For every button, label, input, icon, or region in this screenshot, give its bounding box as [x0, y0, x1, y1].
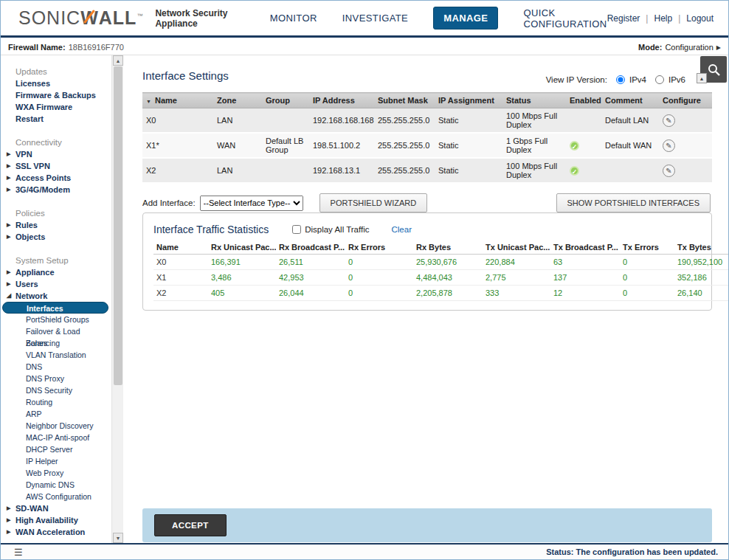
- col-tx-bytes: Tx Bytes: [674, 241, 728, 255]
- register-link[interactable]: Register: [607, 13, 640, 24]
- chevron-right-icon: ▶: [7, 184, 15, 196]
- col-comment[interactable]: Comment: [601, 93, 659, 108]
- chevron-right-icon: ▶: [7, 219, 15, 231]
- sidebar-item-access-points[interactable]: ▶Access Points: [1, 172, 111, 184]
- cell-ip: 192.168.13.1: [309, 158, 374, 183]
- col-enabled[interactable]: Enabled: [566, 93, 601, 108]
- sidebar-item-dynamic-dns[interactable]: Dynamic DNS: [1, 479, 111, 491]
- sidebar-item-objects[interactable]: ▶Objects: [1, 231, 111, 243]
- firewall-name-label: Firewall Name:: [8, 43, 66, 52]
- top-navigation: MONITOR INVESTIGATE MANAGE QUICK CONFIGU…: [270, 7, 607, 30]
- sidebar-item-dns[interactable]: DNS: [1, 361, 111, 373]
- header-links: Register | Help | Logout: [607, 13, 714, 24]
- sidebar-item-ip-helper[interactable]: IP Helper: [1, 455, 111, 467]
- tab-quick-configuration[interactable]: QUICK CONFIGURATION: [523, 7, 607, 30]
- cell-tx-unicast: 333: [483, 286, 550, 301]
- sidebar: Updates Licenses Firmware & Backups WXA …: [1, 55, 123, 543]
- scroll-up-icon[interactable]: ▲: [697, 73, 707, 83]
- sidebar-item-firmware-backups[interactable]: Firmware & Backups: [1, 89, 111, 101]
- edit-pencil-icon[interactable]: ✎: [663, 139, 675, 152]
- enabled-check-icon: ✓: [570, 141, 579, 151]
- display-all-traffic-checkbox[interactable]: [292, 225, 301, 234]
- sidebar-item-network[interactable]: ◢Network: [1, 290, 111, 302]
- scroll-down-icon[interactable]: ▼: [113, 533, 123, 543]
- ipv6-radio[interactable]: [655, 75, 664, 84]
- scroll-up-icon[interactable]: ▲: [113, 55, 123, 66]
- edit-pencil-icon[interactable]: ✎: [663, 165, 675, 177]
- sidebar-item-restart[interactable]: Restart: [1, 113, 111, 125]
- sidebar-item-web-proxy[interactable]: Web Proxy: [1, 467, 111, 479]
- sidebar-item-arp[interactable]: ARP: [1, 408, 111, 420]
- cell-assignment: Static: [435, 108, 502, 134]
- table-row: X1* WAN Default LB Group 198.51.100.2 25…: [142, 133, 712, 158]
- col-zone[interactable]: Zone: [213, 93, 262, 108]
- sidebar-item-vlan-translation[interactable]: VLAN Translation: [1, 349, 111, 361]
- sidebar-item-routing[interactable]: Routing: [1, 396, 111, 408]
- traffic-panel-header: Interface Traffic Statistics Display All…: [153, 223, 711, 236]
- sidebar-item-users[interactable]: ▶Users: [1, 278, 111, 290]
- tab-manage[interactable]: MANAGE: [433, 7, 498, 30]
- col-ip-assignment[interactable]: IP Assignment: [435, 93, 502, 108]
- tab-investigate[interactable]: INVESTIGATE: [342, 13, 408, 24]
- cell-ip: 198.51.100.2: [309, 133, 374, 158]
- sidebar-item-sd-wan[interactable]: ▶SD-WAN: [1, 502, 111, 514]
- accept-button[interactable]: ACCEPT: [154, 514, 227, 536]
- portshield-wizard-button[interactable]: PORTSHIELD WIZARD: [319, 193, 428, 212]
- help-link[interactable]: Help: [654, 13, 672, 24]
- cell-tx-errors: 0: [620, 255, 674, 270]
- sidebar-item-wxa-firmware[interactable]: WXA Firmware: [1, 101, 111, 113]
- cell-comment: Default WAN: [601, 133, 659, 158]
- edit-pencil-icon[interactable]: ✎: [663, 114, 675, 127]
- sidebar-scrollbar[interactable]: ▲ ▼: [111, 55, 123, 543]
- col-name: Name: [153, 241, 208, 255]
- chevron-right-icon: ▶: [7, 266, 15, 278]
- sidebar-item-dhcp-server[interactable]: DHCP Server: [1, 443, 111, 455]
- sidebar-item-3g-4g-modem[interactable]: ▶3G/4G/Modem: [1, 184, 111, 196]
- sidebar-item-interfaces[interactable]: Interfaces: [2, 302, 108, 314]
- col-subnet-mask[interactable]: Subnet Mask: [374, 93, 435, 108]
- sidebar-item-failover-load-balancing[interactable]: Failover & Load Balancing: [1, 325, 111, 337]
- section-header-policies: Policies: [15, 207, 111, 219]
- sidebar-item-neighbor-discovery[interactable]: Neighbor Discovery: [1, 420, 111, 432]
- enabled-check-icon: ✓: [570, 166, 579, 176]
- sidebar-item-portshield-groups[interactable]: PortShield Groups: [1, 314, 111, 325]
- sidebar-item-label: SSL VPN: [15, 160, 50, 172]
- mode-selector[interactable]: Mode: Configuration ▶: [638, 43, 721, 52]
- interface-type-select[interactable]: --Select Interface Type--: [200, 196, 303, 211]
- sidebar-item-dns-proxy[interactable]: DNS Proxy: [1, 373, 111, 384]
- sidebar-item-mac-ip-anti-spoof[interactable]: MAC-IP Anti-spoof: [1, 432, 111, 443]
- divider: |: [678, 13, 680, 24]
- chevron-right-icon: ▶: [716, 44, 721, 51]
- sidebar-item-high-availability[interactable]: ▶High Availability: [1, 514, 111, 526]
- sidebar-item-vpn[interactable]: ▶VPN: [1, 148, 111, 160]
- sort-desc-icon: ▼: [146, 99, 151, 104]
- sidebar-item-dns-security[interactable]: DNS Security: [1, 384, 111, 396]
- logout-link[interactable]: Logout: [686, 13, 714, 24]
- chevron-right-icon: ▶: [7, 148, 15, 160]
- ipv4-radio[interactable]: [616, 75, 625, 84]
- cell-name: X1*: [142, 133, 213, 158]
- col-tx-broadcast: Tx Broadcast P...: [550, 241, 620, 255]
- col-ip-address[interactable]: IP Address: [309, 93, 374, 108]
- sonicwall-logo: SONICWALL™: [18, 7, 143, 29]
- cell-rx-errors: 0: [345, 286, 413, 301]
- tab-monitor[interactable]: MONITOR: [270, 13, 317, 24]
- scrollbar-thumb[interactable]: [114, 66, 122, 385]
- clear-link[interactable]: Clear: [392, 225, 412, 234]
- sidebar-item-licenses[interactable]: Licenses: [1, 77, 111, 89]
- col-group[interactable]: Group: [262, 93, 309, 108]
- col-name[interactable]: ▼Name: [142, 93, 213, 108]
- sidebar-item-appliance[interactable]: ▶Appliance: [1, 266, 111, 278]
- show-portshield-interfaces-button[interactable]: SHOW PORTSHIELD INTERFACES: [556, 193, 711, 212]
- col-status[interactable]: Status: [502, 93, 566, 108]
- col-configure[interactable]: Configure: [659, 93, 712, 108]
- sidebar-item-wan-acceleration[interactable]: ▶WAN Acceleration: [1, 526, 111, 538]
- sidebar-item-ssl-vpn[interactable]: ▶SSL VPN: [1, 160, 111, 172]
- cell-zone: LAN: [213, 158, 262, 183]
- sidebar-item-label: Licenses: [15, 77, 50, 89]
- sidebar-item-aws-configuration[interactable]: AWS Configuration: [1, 491, 111, 502]
- hamburger-menu-icon[interactable]: ☰: [14, 547, 23, 558]
- view-ip-version: View IP Version: IPv4 IPv6: [546, 75, 685, 84]
- sidebar-item-rules[interactable]: ▶Rules: [1, 219, 111, 231]
- logo-text-2: ALL: [99, 7, 137, 28]
